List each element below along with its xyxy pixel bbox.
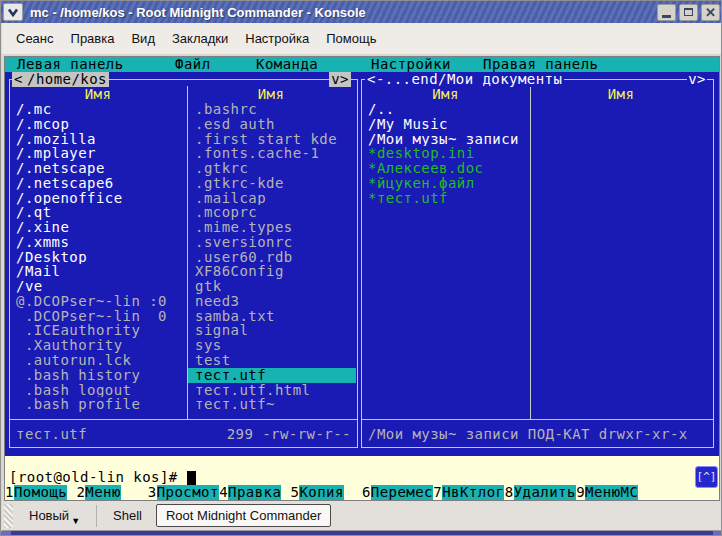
menu-item[interactable]: Настройка (245, 31, 309, 46)
tabbar-grip-handle[interactable] (4, 504, 13, 528)
function-key-label: Удалить (514, 485, 576, 500)
function-key-button[interactable]: 1 Помощь (5, 485, 76, 500)
file-row[interactable]: .mailcap (188, 191, 356, 206)
file-row[interactable]: samba.txt (188, 309, 356, 324)
menu-item[interactable]: Вид (131, 31, 155, 46)
maximize-button[interactable] (679, 4, 698, 21)
file-row[interactable]: @.DCOPser~-lin_:0 (11, 294, 187, 309)
function-key-button[interactable]: 9 МенюМС (576, 485, 647, 500)
file-row[interactable]: signal (188, 323, 356, 338)
function-key-button[interactable]: 4 Правка (219, 485, 290, 500)
file-row[interactable]: .Xauthority (11, 338, 187, 353)
maximize-icon (684, 8, 693, 16)
left-panel-path[interactable]: /home/kos (25, 72, 109, 87)
file-row[interactable]: /Мои музы~ записи (363, 132, 529, 147)
file-row[interactable]: gtk (188, 279, 356, 294)
file-row[interactable]: .bashrc (188, 102, 356, 117)
file-row[interactable]: .fonts.cache-1 (188, 146, 356, 161)
minimize-button[interactable] (657, 4, 676, 21)
file-row[interactable]: .mcoprc (188, 205, 356, 220)
mc-menubar: Левая панельФайлКомандаНастройкиПравая п… (5, 57, 719, 72)
file-row[interactable]: /.mozilla (11, 132, 187, 147)
file-row[interactable]: /.netscape6 (11, 176, 187, 191)
mc-menu-item[interactable]: Настройки (371, 57, 451, 72)
mc-menu-item[interactable]: Правая панель (483, 57, 598, 72)
file-row[interactable]: .esd_auth (188, 117, 356, 132)
function-key-button[interactable]: 5 Копия (291, 485, 362, 500)
file-row[interactable]: /.netscape (11, 161, 187, 176)
file-row[interactable]: test (188, 353, 356, 368)
file-row[interactable]: *Алексеев.doc (363, 161, 529, 176)
function-key-label: МенюМС (585, 485, 638, 500)
right-panel-path[interactable]: <-...end/Мои документы (365, 72, 564, 87)
right-panel-dropdown[interactable]: v> (687, 72, 707, 87)
file-row[interactable]: /.mcop (11, 117, 187, 132)
file-row[interactable]: /My Music (363, 117, 529, 132)
app-menubar: СеансПравкаВидЗакладкиНастройкаПомощь (2, 23, 722, 54)
file-row[interactable]: /.xine (11, 220, 187, 235)
file-row[interactable]: .sversionrc (188, 235, 356, 250)
new-session-button[interactable]: Новый ▼ (23, 506, 86, 525)
terminal-screen: Левая панельФайлКомандаНастройкиПравая п… (5, 57, 719, 500)
function-key-label: Меню (85, 485, 121, 500)
command-line[interactable]: [root@old-lin kos]# (9, 470, 196, 485)
file-row[interactable]: .DCOPser~-lin__0 (11, 309, 187, 324)
file-row[interactable]: *тест.utf (363, 191, 529, 206)
left-panel: < /home/kos v> Имя Имя /.mc/.mcop/.mozil… (9, 79, 358, 448)
file-row[interactable]: .first_start_kde (188, 132, 356, 147)
file-row[interactable]: .user60.rdb (188, 250, 356, 265)
function-key-label: НвКтлог (442, 485, 504, 500)
file-row[interactable]: /.mc (11, 102, 187, 117)
window-menu-icon[interactable] (3, 3, 23, 21)
function-key-button[interactable]: 6 Перемес (362, 485, 433, 500)
function-key-button[interactable]: 7 НвКтлог (433, 485, 504, 500)
function-key-button[interactable]: 8 Удалить (505, 485, 576, 500)
file-row[interactable]: /.xmms (11, 235, 187, 250)
file-row[interactable]: тест.utf (188, 368, 356, 383)
file-row[interactable]: тест.utf.html (188, 383, 356, 398)
right-panel-col1-header[interactable]: Имя (362, 87, 529, 102)
file-row[interactable]: .bash_history (11, 368, 187, 383)
left-panel-col2-header[interactable]: Имя (187, 87, 355, 102)
menu-item[interactable]: Правка (71, 31, 115, 46)
file-row[interactable]: *desktop.ini (363, 146, 529, 161)
menu-item[interactable]: Сеанс (16, 31, 54, 46)
file-row[interactable]: .bash_profile (11, 397, 187, 412)
file-row[interactable]: /ve (11, 279, 187, 294)
left-panel-history-back[interactable]: < (12, 72, 25, 87)
menu-item[interactable]: Помощь (326, 31, 376, 46)
file-row[interactable]: /.openoffice (11, 191, 187, 206)
file-row[interactable]: .bash_logout (11, 383, 187, 398)
close-button[interactable]: ✕ (701, 4, 720, 21)
file-row[interactable]: /.. (363, 102, 529, 117)
file-row[interactable]: /.qt (11, 205, 187, 220)
file-row[interactable]: .mime.types (188, 220, 356, 235)
file-row[interactable]: /Desktop (11, 250, 187, 265)
file-row[interactable]: sys (188, 338, 356, 353)
function-key-number: 2 (76, 485, 85, 500)
file-row[interactable]: XF86Config (188, 264, 356, 279)
right-panel-col2-header[interactable]: Имя (530, 87, 712, 102)
function-key-button[interactable]: 2 Меню (76, 485, 147, 500)
close-icon: ✕ (705, 6, 716, 19)
file-row[interactable]: .gtkrc-kde (188, 176, 356, 191)
left-panel-col1-header[interactable]: Имя (10, 87, 186, 102)
left-panel-dropdown[interactable]: v> (329, 72, 351, 87)
tab-shell[interactable]: Shell (103, 505, 152, 526)
mc-menu-item[interactable]: Файл (175, 57, 211, 72)
file-row[interactable]: /Mail (11, 264, 187, 279)
right-panel-status-info: /Мои музы~ записи ПОД-КАТ drwxr-xr-x (368, 427, 688, 442)
file-row[interactable]: .autorun.lck (11, 353, 187, 368)
tab-root-midnight-commander[interactable]: Root Midnight Commander (156, 504, 331, 527)
mc-menu-item[interactable]: Команда (256, 57, 318, 72)
function-key-button[interactable]: 3 Просмот (148, 485, 219, 500)
file-row[interactable]: /.mplayer (11, 146, 187, 161)
file-row[interactable]: тест.utf~ (188, 397, 356, 412)
file-row[interactable]: .ICEauthority (11, 323, 187, 338)
file-row[interactable]: *йцукен.файл (363, 176, 529, 191)
terminal[interactable]: Левая панельФайлКомандаНастройкиПравая п… (4, 56, 720, 501)
file-row[interactable]: need3 (188, 294, 356, 309)
menu-item[interactable]: Закладки (172, 31, 228, 46)
file-row[interactable]: .gtkrc (188, 161, 356, 176)
mc-menu-item[interactable]: Левая панель (17, 57, 124, 72)
